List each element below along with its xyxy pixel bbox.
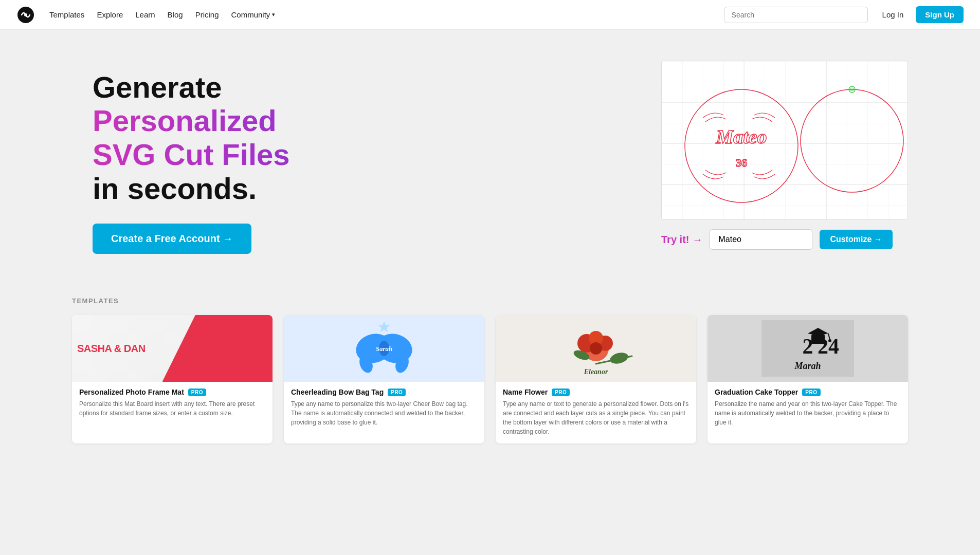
nav-community[interactable]: Community ▾ (231, 10, 276, 19)
template-info-cheer-bow: Cheerleading Bow Bag Tag PRO Type any na… (284, 382, 484, 434)
flower-svg: Eleanor (545, 320, 647, 377)
hero-title-line1: Generate (93, 71, 290, 104)
svg-rect-2 (662, 61, 908, 219)
try-it-input[interactable] (710, 229, 812, 250)
template-card-photo-frame[interactable]: SASHA & DAN Personalized Photo Frame Mat… (72, 315, 273, 443)
svg-text:Mateo: Mateo (715, 126, 767, 147)
template-image-cheer-bow: Sarah (284, 315, 484, 382)
hero-title: Generate PersonalizedSVG Cut Files in se… (93, 71, 290, 205)
grad-svg: 2 24 Marah (761, 320, 854, 377)
try-it-text: Try it! (661, 234, 689, 246)
template-desc-grad-cake: Personalize the name and year on this tw… (715, 399, 901, 427)
template-card-grad-cake[interactable]: 2 24 Marah Graduation Cake Topper PRO Pe… (707, 315, 908, 443)
login-button[interactable]: Log In (876, 7, 910, 22)
template-image-photo-frame: SASHA & DAN (72, 315, 273, 382)
create-free-account-button[interactable]: Create a Free Account → (93, 224, 251, 254)
template-title-name-flower: Name Flower (503, 388, 548, 396)
svg-marker-19 (378, 321, 390, 332)
nav-links: Templates Explore Learn Blog Pricing Com… (49, 10, 724, 19)
template-title-photo-frame: Personalized Photo Frame Mat (79, 388, 184, 396)
templates-section: TEMPLATES SASHA & DAN Personalized Photo… (0, 282, 980, 469)
svg-rect-33 (811, 335, 825, 344)
templates-grid: SASHA & DAN Personalized Photo Frame Mat… (72, 315, 908, 443)
frame-red-shape (162, 315, 273, 382)
canvas-grid-svg: Mateo 36 (662, 61, 908, 219)
hero-title-gradient: PersonalizedSVG Cut Files (93, 104, 290, 172)
svg-point-27 (590, 342, 602, 355)
hero-left: Generate PersonalizedSVG Cut Files in se… (93, 61, 290, 254)
hero-right: Mateo 36 Try it! → Customize → (661, 61, 908, 250)
navbar: Templates Explore Learn Blog Pricing Com… (0, 0, 980, 30)
navbar-actions: Log In Sign Up (876, 6, 964, 23)
try-it-row: Try it! → Customize → (661, 229, 908, 250)
svg-point-36 (828, 339, 831, 342)
template-title-row-photo-frame: Personalized Photo Frame Mat PRO (79, 388, 265, 396)
svg-point-1 (24, 13, 27, 16)
chevron-down-icon: ▾ (272, 11, 275, 18)
template-title-cheer-bow: Cheerleading Bow Bag Tag (291, 388, 384, 396)
nav-templates[interactable]: Templates (49, 10, 84, 19)
template-card-cheer-bow[interactable]: Sarah Cheerleading Bow Bag Tag PRO Type … (284, 315, 484, 443)
templates-heading: TEMPLATES (72, 297, 908, 305)
logo[interactable] (16, 6, 35, 24)
signup-button[interactable]: Sign Up (916, 6, 964, 23)
template-desc-photo-frame: Personalize this Mat Board insert with a… (79, 399, 265, 418)
hero-title-line2: in seconds. (93, 172, 290, 205)
canvas-preview: Mateo 36 (661, 61, 908, 220)
svg-text:Eleanor: Eleanor (584, 368, 608, 376)
nav-learn[interactable]: Learn (135, 10, 155, 19)
pro-badge-name-flower: PRO (552, 388, 570, 396)
try-it-label: Try it! → (661, 234, 702, 246)
template-title-grad-cake: Graduation Cake Topper (715, 388, 798, 396)
nav-pricing[interactable]: Pricing (195, 10, 219, 19)
search-input[interactable] (724, 7, 868, 23)
template-desc-cheer-bow: Type any name to personalize this two-la… (291, 399, 477, 427)
template-info-name-flower: Name Flower PRO Type any name or text to… (496, 382, 696, 443)
hero-section: Generate PersonalizedSVG Cut Files in se… (0, 30, 980, 282)
template-title-row-cheer-bow: Cheerleading Bow Bag Tag PRO (291, 388, 477, 396)
nav-community-label: Community (231, 10, 270, 19)
template-title-row-grad-cake: Graduation Cake Topper PRO (715, 388, 901, 396)
frame-text-sasha: SASHA & DAN (77, 343, 146, 355)
svg-text:36: 36 (736, 156, 747, 169)
template-title-row-name-flower: Name Flower PRO (503, 388, 689, 396)
customize-button[interactable]: Customize → (820, 230, 892, 249)
pro-badge-photo-frame: PRO (188, 388, 206, 396)
bow-svg: Sarah (353, 320, 415, 377)
nav-blog[interactable]: Blog (168, 10, 183, 19)
svg-point-22 (609, 351, 629, 366)
template-card-name-flower[interactable]: Eleanor Name Flower PRO Type any name or… (496, 315, 696, 443)
template-info-grad-cake: Graduation Cake Topper PRO Personalize t… (707, 382, 908, 434)
template-image-name-flower: Eleanor (496, 315, 696, 382)
try-it-arrow-icon: → (692, 234, 702, 246)
nav-explore[interactable]: Explore (97, 10, 123, 19)
template-image-grad-cake: 2 24 Marah (707, 315, 908, 382)
template-desc-name-flower: Type any name or text to generate a pers… (503, 399, 689, 436)
pro-badge-grad-cake: PRO (802, 388, 820, 396)
svg-text:Sarah: Sarah (376, 345, 393, 353)
svg-text:Marah: Marah (794, 361, 821, 371)
template-info-photo-frame: Personalized Photo Frame Mat PRO Persona… (72, 382, 273, 425)
pro-badge-cheer-bow: PRO (388, 388, 406, 396)
